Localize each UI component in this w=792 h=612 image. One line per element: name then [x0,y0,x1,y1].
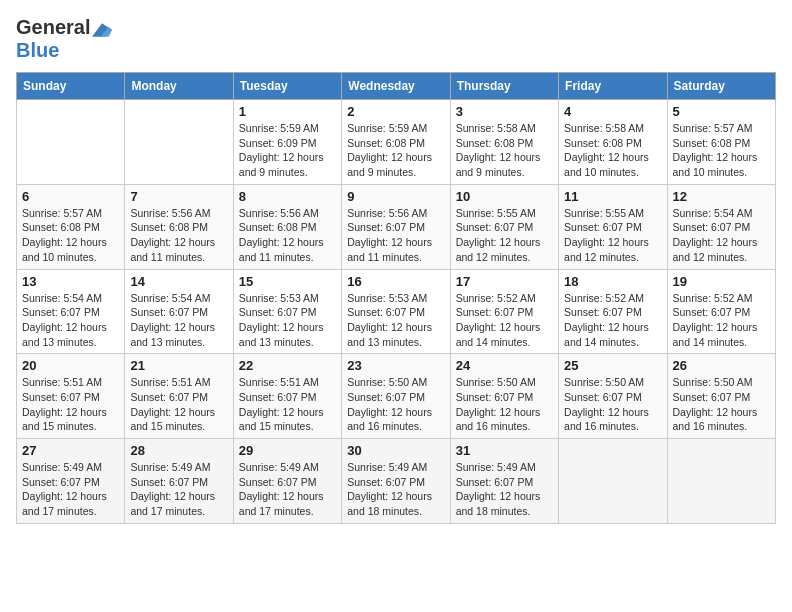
day-cell: 1Sunrise: 5:59 AMSunset: 6:09 PMDaylight… [233,100,341,185]
day-cell: 15Sunrise: 5:53 AMSunset: 6:07 PMDayligh… [233,269,341,354]
day-number: 25 [564,358,661,373]
day-info: Sunrise: 5:49 AMSunset: 6:07 PMDaylight:… [239,460,336,519]
week-row-4: 20Sunrise: 5:51 AMSunset: 6:07 PMDayligh… [17,354,776,439]
day-number: 18 [564,274,661,289]
week-row-1: 1Sunrise: 5:59 AMSunset: 6:09 PMDaylight… [17,100,776,185]
calendar-table: SundayMondayTuesdayWednesdayThursdayFrid… [16,72,776,524]
header-row: SundayMondayTuesdayWednesdayThursdayFrid… [17,73,776,100]
day-info: Sunrise: 5:53 AMSunset: 6:07 PMDaylight:… [347,291,444,350]
day-cell [125,100,233,185]
day-number: 13 [22,274,119,289]
day-info: Sunrise: 5:57 AMSunset: 6:08 PMDaylight:… [673,121,770,180]
day-info: Sunrise: 5:52 AMSunset: 6:07 PMDaylight:… [456,291,553,350]
col-header-wednesday: Wednesday [342,73,450,100]
day-number: 15 [239,274,336,289]
day-cell: 16Sunrise: 5:53 AMSunset: 6:07 PMDayligh… [342,269,450,354]
day-cell: 18Sunrise: 5:52 AMSunset: 6:07 PMDayligh… [559,269,667,354]
day-cell: 26Sunrise: 5:50 AMSunset: 6:07 PMDayligh… [667,354,775,439]
day-info: Sunrise: 5:50 AMSunset: 6:07 PMDaylight:… [564,375,661,434]
col-header-sunday: Sunday [17,73,125,100]
day-number: 3 [456,104,553,119]
day-cell: 11Sunrise: 5:55 AMSunset: 6:07 PMDayligh… [559,184,667,269]
day-cell: 19Sunrise: 5:52 AMSunset: 6:07 PMDayligh… [667,269,775,354]
day-number: 28 [130,443,227,458]
day-info: Sunrise: 5:57 AMSunset: 6:08 PMDaylight:… [22,206,119,265]
day-info: Sunrise: 5:53 AMSunset: 6:07 PMDaylight:… [239,291,336,350]
day-info: Sunrise: 5:55 AMSunset: 6:07 PMDaylight:… [564,206,661,265]
day-number: 4 [564,104,661,119]
day-number: 20 [22,358,119,373]
day-cell: 7Sunrise: 5:56 AMSunset: 6:08 PMDaylight… [125,184,233,269]
day-cell: 2Sunrise: 5:59 AMSunset: 6:08 PMDaylight… [342,100,450,185]
day-number: 12 [673,189,770,204]
day-number: 31 [456,443,553,458]
day-number: 10 [456,189,553,204]
day-cell [559,439,667,524]
day-number: 7 [130,189,227,204]
day-number: 17 [456,274,553,289]
col-header-saturday: Saturday [667,73,775,100]
day-info: Sunrise: 5:56 AMSunset: 6:08 PMDaylight:… [130,206,227,265]
day-cell: 30Sunrise: 5:49 AMSunset: 6:07 PMDayligh… [342,439,450,524]
day-number: 19 [673,274,770,289]
day-cell: 24Sunrise: 5:50 AMSunset: 6:07 PMDayligh… [450,354,558,439]
week-row-2: 6Sunrise: 5:57 AMSunset: 6:08 PMDaylight… [17,184,776,269]
day-info: Sunrise: 5:59 AMSunset: 6:08 PMDaylight:… [347,121,444,180]
day-info: Sunrise: 5:54 AMSunset: 6:07 PMDaylight:… [130,291,227,350]
day-number: 16 [347,274,444,289]
day-info: Sunrise: 5:49 AMSunset: 6:07 PMDaylight:… [456,460,553,519]
day-cell: 5Sunrise: 5:57 AMSunset: 6:08 PMDaylight… [667,100,775,185]
day-number: 8 [239,189,336,204]
day-info: Sunrise: 5:59 AMSunset: 6:09 PMDaylight:… [239,121,336,180]
logo-icon [92,23,112,37]
day-info: Sunrise: 5:49 AMSunset: 6:07 PMDaylight:… [130,460,227,519]
day-cell: 4Sunrise: 5:58 AMSunset: 6:08 PMDaylight… [559,100,667,185]
day-cell: 21Sunrise: 5:51 AMSunset: 6:07 PMDayligh… [125,354,233,439]
day-cell: 6Sunrise: 5:57 AMSunset: 6:08 PMDaylight… [17,184,125,269]
day-number: 14 [130,274,227,289]
col-header-tuesday: Tuesday [233,73,341,100]
day-cell: 22Sunrise: 5:51 AMSunset: 6:07 PMDayligh… [233,354,341,439]
day-info: Sunrise: 5:56 AMSunset: 6:07 PMDaylight:… [347,206,444,265]
col-header-thursday: Thursday [450,73,558,100]
day-number: 6 [22,189,119,204]
day-cell [667,439,775,524]
day-cell: 29Sunrise: 5:49 AMSunset: 6:07 PMDayligh… [233,439,341,524]
logo: General Blue [16,16,112,62]
day-info: Sunrise: 5:50 AMSunset: 6:07 PMDaylight:… [456,375,553,434]
day-info: Sunrise: 5:56 AMSunset: 6:08 PMDaylight:… [239,206,336,265]
day-number: 9 [347,189,444,204]
day-number: 29 [239,443,336,458]
day-info: Sunrise: 5:51 AMSunset: 6:07 PMDaylight:… [130,375,227,434]
day-number: 1 [239,104,336,119]
day-cell: 31Sunrise: 5:49 AMSunset: 6:07 PMDayligh… [450,439,558,524]
day-number: 30 [347,443,444,458]
day-info: Sunrise: 5:55 AMSunset: 6:07 PMDaylight:… [456,206,553,265]
day-number: 5 [673,104,770,119]
day-info: Sunrise: 5:58 AMSunset: 6:08 PMDaylight:… [564,121,661,180]
day-number: 24 [456,358,553,373]
header: General Blue [16,16,776,62]
week-row-5: 27Sunrise: 5:49 AMSunset: 6:07 PMDayligh… [17,439,776,524]
day-info: Sunrise: 5:52 AMSunset: 6:07 PMDaylight:… [564,291,661,350]
day-cell: 17Sunrise: 5:52 AMSunset: 6:07 PMDayligh… [450,269,558,354]
day-number: 23 [347,358,444,373]
day-cell: 28Sunrise: 5:49 AMSunset: 6:07 PMDayligh… [125,439,233,524]
day-number: 22 [239,358,336,373]
day-cell: 20Sunrise: 5:51 AMSunset: 6:07 PMDayligh… [17,354,125,439]
day-info: Sunrise: 5:49 AMSunset: 6:07 PMDaylight:… [347,460,444,519]
day-info: Sunrise: 5:54 AMSunset: 6:07 PMDaylight:… [22,291,119,350]
day-info: Sunrise: 5:54 AMSunset: 6:07 PMDaylight:… [673,206,770,265]
day-number: 26 [673,358,770,373]
day-info: Sunrise: 5:51 AMSunset: 6:07 PMDaylight:… [239,375,336,434]
col-header-friday: Friday [559,73,667,100]
day-number: 11 [564,189,661,204]
day-cell: 9Sunrise: 5:56 AMSunset: 6:07 PMDaylight… [342,184,450,269]
day-info: Sunrise: 5:52 AMSunset: 6:07 PMDaylight:… [673,291,770,350]
day-cell: 27Sunrise: 5:49 AMSunset: 6:07 PMDayligh… [17,439,125,524]
week-row-3: 13Sunrise: 5:54 AMSunset: 6:07 PMDayligh… [17,269,776,354]
day-info: Sunrise: 5:58 AMSunset: 6:08 PMDaylight:… [456,121,553,180]
day-cell: 3Sunrise: 5:58 AMSunset: 6:08 PMDaylight… [450,100,558,185]
day-info: Sunrise: 5:49 AMSunset: 6:07 PMDaylight:… [22,460,119,519]
day-cell: 10Sunrise: 5:55 AMSunset: 6:07 PMDayligh… [450,184,558,269]
